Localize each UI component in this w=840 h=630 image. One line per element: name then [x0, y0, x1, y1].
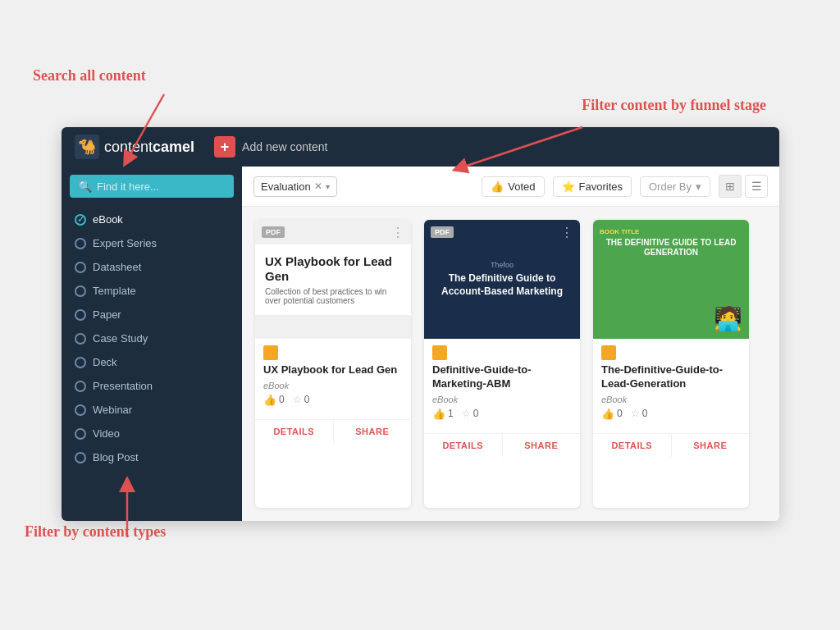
grid-view-button[interactable]: ⊞	[719, 175, 742, 198]
thumb-up-icon: 👍	[263, 394, 276, 406]
details-button[interactable]: DETAILS	[255, 420, 334, 443]
sidebar-item-label: Blog Post	[93, 451, 139, 463]
star-count: 0	[473, 408, 479, 419]
sidebar-item-label: Webinar	[93, 404, 132, 416]
card-actions: DETAILS SHARE	[255, 419, 411, 443]
vote-count: 0	[279, 394, 285, 405]
main-content: Evaluation ✕ ▾ 👍 Voted ⭐ Favorites Order…	[242, 167, 779, 521]
sidebar-item-label: Video	[93, 427, 120, 440]
thumb-icon: 👍	[491, 180, 504, 193]
share-button[interactable]: SHARE	[672, 434, 750, 457]
search-bar[interactable]: 🔍	[70, 175, 234, 198]
favorites-label: Favorites	[579, 180, 623, 193]
sidebar-item-presentation[interactable]: Presentation	[62, 374, 242, 398]
star-rating-icon: ☆	[293, 394, 302, 405]
content-card-2: PDF ⋮ BOOK TITLE THE DEFINITIVE GUIDE TO…	[593, 220, 749, 508]
pdf-badge: PDF	[431, 226, 454, 238]
vote-count: 0	[617, 408, 623, 419]
sidebar-item-webinar[interactable]: Webinar	[62, 398, 242, 422]
sidebar-item-paper[interactable]: Paper	[62, 303, 242, 326]
star-icon: ⭐	[562, 180, 575, 193]
circle-icon	[75, 381, 86, 392]
card-indicator	[263, 345, 278, 360]
search-icon: 🔍	[78, 180, 92, 193]
sidebar-item-label: Template	[93, 285, 136, 297]
search-annotation: Search all content	[33, 67, 146, 85]
card-cover-text: UX Playbook for Lead Gen Collection of b…	[255, 244, 411, 315]
circle-icon	[75, 333, 86, 345]
card-indicator	[601, 345, 616, 360]
star-count: 0	[642, 408, 648, 419]
card-cover-title: UX Playbook for Lead Gen	[265, 254, 401, 284]
favorites-button[interactable]: ⭐ Favorites	[553, 176, 632, 197]
sidebar-item-label: Deck	[93, 356, 117, 368]
sidebar-item-label: Case Study	[93, 332, 148, 345]
card-actions: DETAILS SHARE	[424, 433, 580, 457]
content-card-1: PDF ⋮ Thefoo The Definitive Guide to Acc…	[424, 220, 580, 508]
sidebar-item-video[interactable]: Video	[62, 422, 242, 445]
card-type: eBook	[601, 395, 741, 404]
circle-icon	[75, 309, 86, 321]
order-by-label: Order By	[649, 180, 692, 193]
details-button[interactable]: DETAILS	[593, 434, 672, 457]
filter-label: Evaluation	[261, 180, 311, 193]
content-area: 🔍 ✓eBookExpert SeriesDatasheetTemplatePa…	[62, 167, 779, 521]
sidebar-item-ebook[interactable]: ✓eBook	[62, 208, 242, 231]
details-button[interactable]: DETAILS	[424, 434, 503, 457]
search-input[interactable]	[97, 180, 226, 193]
card-stats: 👍 0 ☆ 0	[263, 394, 403, 406]
sidebar-item-case-study[interactable]: Case Study	[62, 326, 242, 350]
sidebar-item-datasheet[interactable]: Datasheet	[62, 255, 242, 279]
share-button[interactable]: SHARE	[503, 434, 581, 457]
card-cover-1: PDF ⋮ Thefoo The Definitive Guide to Acc…	[424, 220, 580, 339]
voted-button[interactable]: 👍 Voted	[482, 176, 544, 197]
navbar: 🐪 contentcamel + Add new content	[62, 127, 779, 167]
pdf-badge: PDF	[262, 226, 285, 238]
card-stats: 👍 1 ☆ 0	[432, 408, 572, 420]
order-by-chevron-icon: ▾	[696, 180, 701, 193]
circle-icon	[75, 428, 86, 440]
card-type: eBook	[263, 381, 403, 390]
star-stat: ☆ 0	[631, 408, 648, 419]
order-by-button[interactable]: Order By ▾	[640, 176, 710, 197]
card-cover-0: PDF ⋮ UX Playbook for Lead Gen Collectio…	[255, 220, 411, 339]
sidebar-item-expert-series[interactable]: Expert Series	[62, 231, 242, 255]
filter-content-annotation: Filter by content types	[25, 523, 166, 541]
thumb-up-icon: 👍	[432, 408, 445, 420]
sidebar-item-deck[interactable]: Deck	[62, 350, 242, 374]
circle-icon	[75, 357, 86, 368]
list-view-button[interactable]: ☰	[745, 175, 768, 198]
card-cover-green: BOOK TITLE THE DEFINITIVE GUIDE TO LEAD …	[593, 220, 749, 339]
circle-icon	[75, 404, 86, 416]
evaluation-filter[interactable]: Evaluation ✕ ▾	[253, 176, 337, 197]
card-cover-title: The Definitive Guide to Account-Based Ma…	[434, 272, 570, 298]
remove-filter-icon[interactable]: ✕	[314, 180, 322, 192]
card-body: UX Playbook for Lead Gen eBook 👍 0 ☆ 0	[255, 363, 411, 419]
logo-icon: 🐪	[75, 135, 99, 159]
sidebar-item-blog-post[interactable]: Blog Post	[62, 445, 242, 469]
card-cover-subtitle: Collection of best practices to win over…	[265, 287, 401, 305]
vote-stat: 👍 0	[263, 394, 285, 406]
checkbox-checked-icon: ✓	[75, 214, 86, 226]
filter-bar: Evaluation ✕ ▾ 👍 Voted ⭐ Favorites Order…	[242, 167, 779, 207]
filter-funnel-annotation: Filter content by funnel stage	[582, 97, 766, 115]
card-more-button[interactable]: ⋮	[560, 226, 573, 240]
sidebar-item-template[interactable]: Template	[62, 279, 242, 303]
vote-stat: 👍 1	[432, 408, 454, 420]
add-new-label: Add new content	[242, 140, 327, 153]
star-stat: ☆ 0	[293, 394, 310, 405]
logo-text: contentcamel	[104, 139, 194, 156]
voted-label: Voted	[508, 180, 535, 193]
app-window: 🐪 contentcamel + Add new content 🔍 ✓eBoo…	[62, 127, 779, 521]
add-new-button[interactable]: + Add new content	[214, 136, 327, 158]
sidebar-item-label: Presentation	[93, 380, 153, 392]
circle-icon	[75, 238, 86, 249]
card-more-button[interactable]: ⋮	[391, 226, 404, 240]
share-button[interactable]: SHARE	[334, 420, 412, 443]
sidebar-list: ✓eBookExpert SeriesDatasheetTemplatePape…	[62, 204, 242, 472]
star-stat: ☆ 0	[462, 408, 479, 419]
view-toggle: ⊞ ☰	[719, 175, 768, 198]
card-type: eBook	[432, 395, 572, 404]
cards-grid: PDF ⋮ UX Playbook for Lead Gen Collectio…	[242, 207, 779, 521]
card-title: UX Playbook for Lead Gen	[263, 363, 403, 377]
